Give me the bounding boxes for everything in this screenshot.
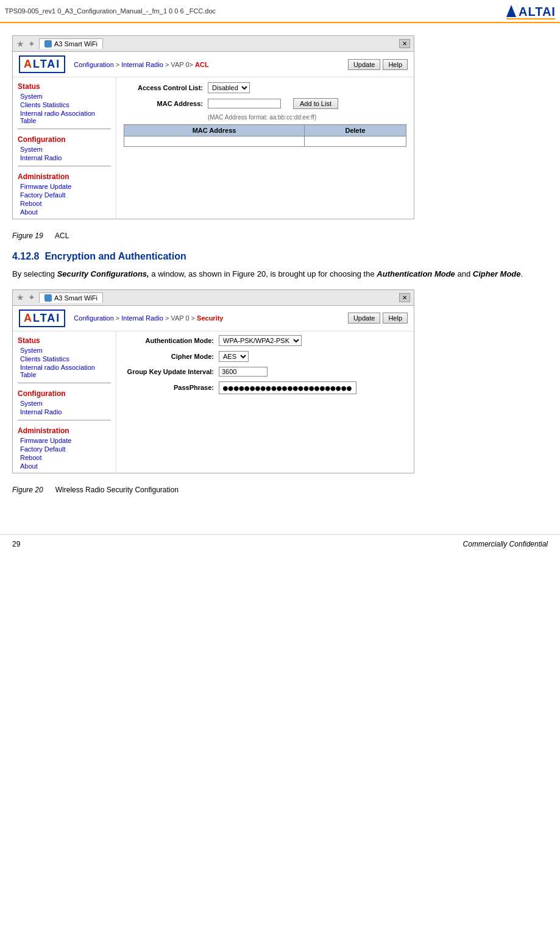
acl-table-empty-row bbox=[124, 136, 406, 147]
page-footer: 29 Commercially Confidential bbox=[0, 534, 560, 553]
sidebar-clients-link2[interactable]: Clients Statistics bbox=[13, 355, 116, 363]
cipher-select[interactable]: AES bbox=[219, 351, 249, 362]
fig19-label bbox=[45, 232, 53, 240]
fig19-num: Figure 19 bbox=[12, 232, 43, 240]
star-icon3: ★ bbox=[16, 292, 24, 302]
sidebar-factory-link[interactable]: Factory Default bbox=[13, 191, 116, 199]
star-icon4: ✦ bbox=[28, 292, 35, 302]
mac-hint: (MAC Address format: aa:bb:cc:dd:ee:ff) bbox=[203, 114, 406, 121]
sidebar-system-link[interactable]: System bbox=[13, 92, 116, 101]
auth-mode-select[interactable]: WPA-PSK/WPA2-PSK bbox=[219, 335, 302, 346]
breadcrumb-19: Configuration > Internal Radio > VAP 0> … bbox=[74, 61, 346, 68]
main-content-20: Authentication Mode: WPA-PSK/WPA2-PSK Ci… bbox=[116, 331, 414, 473]
breadcrumb-internal-radio[interactable]: Internal Radio bbox=[121, 61, 163, 68]
ui-logo-20: ALTAI bbox=[19, 310, 65, 327]
sidebar-divider4 bbox=[18, 420, 111, 420]
breadcrumb-20: Configuration > Internal Radio > VAP 0 >… bbox=[74, 314, 346, 322]
sidebar-internal-radio-link2[interactable]: Internal Radio bbox=[13, 408, 116, 416]
sidebar-config-title2: Configuration bbox=[13, 387, 116, 399]
browser-close-btn[interactable]: ✕ bbox=[399, 39, 410, 48]
breadcrumb-config[interactable]: Configuration bbox=[74, 61, 113, 68]
fig20-num: Figure 20 bbox=[12, 486, 43, 494]
sidebar-config-system-link2[interactable]: System bbox=[13, 399, 116, 408]
ui-topbar-19: ALTAI Configuration > Internal Radio > V… bbox=[13, 52, 414, 77]
browser-chrome-19: ★ ✦ A3 Smart WiFi ✕ bbox=[13, 36, 414, 52]
acl-table: MAC Address Delete bbox=[124, 124, 406, 147]
sidebar-assoc-link[interactable]: Internal radio Association Table bbox=[13, 109, 116, 125]
section-heading: 4.12.8 Encryption and Authentication bbox=[12, 251, 548, 262]
svg-marker-0 bbox=[506, 5, 516, 17]
help-button-19[interactable]: Help bbox=[383, 59, 408, 70]
ui-topbar-20: ALTAI Configuration > Internal Radio > V… bbox=[13, 306, 414, 331]
acl-col-mac: MAC Address bbox=[124, 125, 305, 136]
sidebar-config-system-link[interactable]: System bbox=[13, 145, 116, 154]
group-key-input[interactable] bbox=[219, 367, 268, 377]
acl-row: Access Control List: Disabled bbox=[124, 82, 406, 93]
passphrase-label: PassPhrase: bbox=[116, 384, 214, 391]
sidebar-status-title2: Status bbox=[13, 334, 116, 346]
acl-col-delete: Delete bbox=[305, 125, 406, 136]
figure20-container: ★ ✦ A3 Smart WiFi ✕ ALTAI Configuration … bbox=[12, 289, 414, 473]
passphrase-field[interactable]: ●●●●●●●●●●●●●●●●●●●●●●●● bbox=[219, 381, 356, 394]
sidebar-reboot-link[interactable]: Reboot bbox=[13, 199, 116, 208]
breadcrumb-config2[interactable]: Configuration bbox=[74, 314, 113, 322]
page-number: 29 bbox=[12, 540, 20, 548]
update-button-20[interactable]: Update bbox=[348, 313, 380, 324]
fig19-label-text: ACL bbox=[55, 232, 69, 240]
group-key-row: Group Key Update Interval: bbox=[116, 367, 414, 377]
page-header: TPS09-005_rev1 0_A3_Configuration_Manual… bbox=[0, 0, 560, 23]
sidebar-about-link[interactable]: About bbox=[13, 208, 116, 216]
sidebar-admin-title: Administration bbox=[13, 170, 116, 182]
sidebar-reboot-link2[interactable]: Reboot bbox=[13, 453, 116, 462]
mac-input[interactable] bbox=[208, 99, 281, 108]
update-button-19[interactable]: Update bbox=[348, 59, 380, 70]
sidebar-divider2 bbox=[18, 166, 111, 166]
cipher-mode-row: Cipher Mode: AES bbox=[116, 351, 414, 362]
altai-logo: ALTAI bbox=[506, 2, 555, 19]
fig20-spacer bbox=[45, 486, 53, 494]
sidebar-internal-radio-link[interactable]: Internal Radio bbox=[13, 154, 116, 162]
sidebar-firmware-link2[interactable]: Firmware Update bbox=[13, 436, 116, 445]
passphrase-row: PassPhrase: ●●●●●●●●●●●●●●●●●●●●●●●● bbox=[116, 381, 414, 394]
sidebar-firmware-link[interactable]: Firmware Update bbox=[13, 182, 116, 191]
acl-empty-cell1 bbox=[124, 136, 305, 147]
mac-row: MAC Address: Add to List bbox=[124, 98, 406, 109]
add-to-list-button[interactable]: Add to List bbox=[293, 98, 338, 109]
fig20-label-text: Wireless Radio Security Configuration bbox=[55, 486, 179, 494]
browser-tab-19[interactable]: A3 Smart WiFi bbox=[39, 38, 103, 49]
sidebar-admin-title2: Administration bbox=[13, 424, 116, 436]
body-text: By selecting Security Configurations, a … bbox=[12, 268, 548, 281]
sidebar-clients-link[interactable]: Clients Statistics bbox=[13, 101, 116, 109]
help-button-20[interactable]: Help bbox=[383, 313, 408, 324]
sidebar-divider1 bbox=[18, 129, 111, 129]
acl-label: Access Control List: bbox=[124, 84, 203, 91]
confidential-text: Commercially Confidential bbox=[463, 540, 548, 548]
browser-tab-20[interactable]: A3 Smart WiFi bbox=[39, 292, 103, 303]
ui-body-19: Status System Clients Statistics Interna… bbox=[13, 77, 414, 219]
acl-table-header-row: MAC Address Delete bbox=[124, 125, 406, 136]
page-body: ★ ✦ A3 Smart WiFi ✕ ALTAI Configuration … bbox=[0, 23, 560, 510]
acl-select[interactable]: Disabled bbox=[208, 82, 250, 93]
ui-logo-19: ALTAI bbox=[19, 55, 65, 73]
browser-chrome-20: ★ ✦ A3 Smart WiFi ✕ bbox=[13, 290, 414, 306]
sidebar-20: Status System Clients Statistics Interna… bbox=[13, 331, 116, 473]
document-title: TPS09-005_rev1 0_A3_Configuration_Manual… bbox=[5, 7, 216, 15]
sidebar-assoc-link2[interactable]: Internal radio Association Table bbox=[13, 363, 116, 379]
acl-empty-cell2 bbox=[305, 136, 406, 147]
star-icon: ★ bbox=[16, 39, 24, 49]
browser-close-btn2[interactable]: ✕ bbox=[399, 293, 410, 302]
cipher-label: Cipher Mode: bbox=[116, 353, 214, 360]
sidebar-system-link2[interactable]: System bbox=[13, 346, 116, 355]
section-number: 4.12.8 bbox=[12, 251, 39, 261]
sidebar-about-link2[interactable]: About bbox=[13, 462, 116, 470]
ui-body-20: Status System Clients Statistics Interna… bbox=[13, 331, 414, 473]
tab-icon bbox=[44, 40, 52, 48]
main-content-19: Access Control List: Disabled MAC Addres… bbox=[116, 77, 414, 219]
sidebar-factory-link2[interactable]: Factory Default bbox=[13, 445, 116, 453]
figure19-container: ★ ✦ A3 Smart WiFi ✕ ALTAI Configuration … bbox=[12, 35, 414, 219]
breadcrumb-internal-radio2[interactable]: Internal Radio bbox=[121, 314, 163, 322]
auth-mode-row: Authentication Mode: WPA-PSK/WPA2-PSK bbox=[116, 335, 414, 346]
figure19-caption: Figure 19 ACL bbox=[12, 232, 548, 240]
ui-panel-20: ALTAI Configuration > Internal Radio > V… bbox=[13, 306, 414, 473]
sidebar-divider3 bbox=[18, 383, 111, 383]
